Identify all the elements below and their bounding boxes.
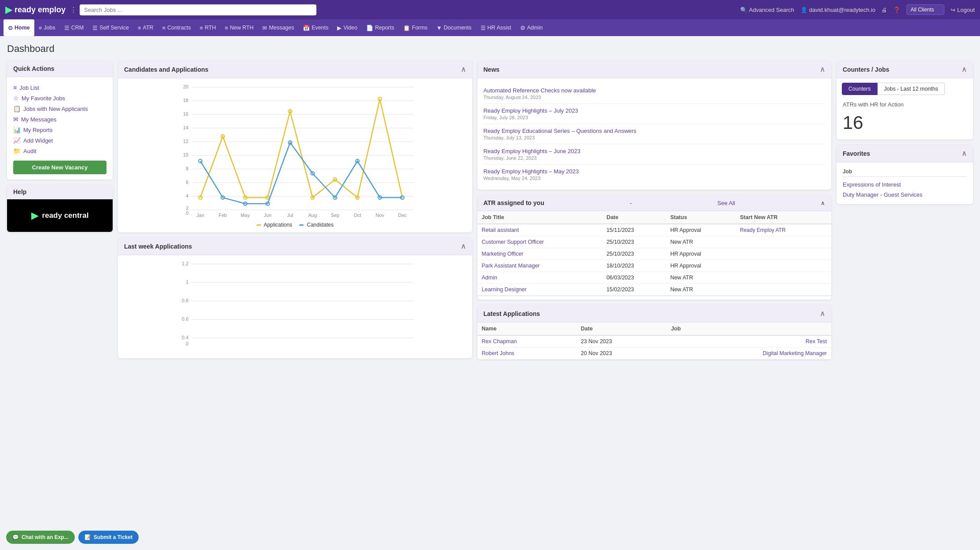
- quick-link-my-reports[interactable]: 📊My Reports: [13, 125, 106, 135]
- latest-apps-table: Name Date Job Rex Chapman 23 Nov 2023 Re…: [477, 323, 832, 359]
- quick-actions-header: Quick Actions: [7, 61, 113, 77]
- help-logo[interactable]: ▶ ready central: [11, 203, 109, 228]
- last-week-chart-body: 1.2 1 0.8 0.6 0.4 0: [118, 255, 472, 358]
- print-button[interactable]: 🖨: [881, 7, 887, 13]
- collapse-news-btn[interactable]: ∧: [820, 65, 825, 73]
- nav-item-self-service[interactable]: ☰Self Service: [88, 19, 133, 36]
- news-item-date: Thursday, August 24, 2023: [484, 95, 826, 100]
- search-dots-icon[interactable]: ⋮: [70, 6, 77, 14]
- mid-col: Candidates and Applications ∧: [118, 61, 472, 358]
- atr-status: HR Approval: [666, 248, 735, 260]
- favorites-item[interactable]: Duty Manager - Guest Services: [843, 190, 967, 200]
- atr-job-link[interactable]: Marketing Officer: [482, 251, 524, 257]
- svg-text:Feb: Feb: [219, 213, 227, 218]
- atr-action-link[interactable]: Ready Employ ATR: [740, 227, 786, 233]
- nav-item-events[interactable]: 📅Events: [298, 19, 333, 36]
- nav-item-documents[interactable]: ▼Documents: [432, 19, 476, 36]
- brand-logo[interactable]: ▶ ready employ: [5, 4, 66, 15]
- nav-item-atr[interactable]: ≡ATR: [133, 19, 158, 36]
- applicant-name-link[interactable]: Rex Chapman: [482, 338, 517, 345]
- quick-actions-title: Quick Actions: [13, 65, 55, 72]
- collapse-favorites-btn[interactable]: ∧: [962, 149, 967, 158]
- latest-table-rows: Rex Chapman 23 Nov 2023 Rex Test Robert …: [477, 335, 832, 359]
- news-item-title[interactable]: Ready Employ Highlights – July 2023: [484, 107, 578, 114]
- quick-link-add-widget[interactable]: 📈Add Widget: [13, 135, 106, 146]
- atr-job-link[interactable]: Retail assistant: [482, 227, 519, 233]
- last-week-header: Last week Applications ∧: [118, 238, 472, 255]
- nav-item-admin[interactable]: ⚙Admin: [516, 19, 547, 36]
- advanced-search-link[interactable]: 🔍 Advanced Search: [740, 7, 794, 13]
- candidates-chart-header: Candidates and Applications ∧: [118, 61, 472, 78]
- logout-button[interactable]: ↪ Logout: [951, 7, 975, 13]
- atr-separator: -: [630, 200, 631, 206]
- collapse-latest-btn[interactable]: ∧: [820, 309, 825, 318]
- last-week-title: Last week Applications: [124, 243, 192, 250]
- nav-item-jobs[interactable]: ≡Jobs: [34, 19, 60, 36]
- quick-link-jobs-with-new-applicants[interactable]: 📋Jobs with New Applicants: [13, 103, 106, 114]
- svg-text:Oct: Oct: [354, 213, 361, 218]
- latest-apps-card: Latest Applications ∧ Name Date Job Rex …: [477, 305, 832, 359]
- applicant-name-link[interactable]: Robert Johns: [482, 350, 514, 356]
- content: Dashboard Quick Actions ≡Job List☆My Fav…: [0, 36, 980, 367]
- atr-job-link[interactable]: Admin: [482, 275, 497, 281]
- nav-item-reports[interactable]: 📄Reports: [362, 19, 399, 36]
- help-card: Help ▶ ready central: [7, 185, 113, 232]
- atr-job-link[interactable]: Park Assistant Manager: [482, 263, 540, 269]
- svg-text:0: 0: [186, 210, 188, 216]
- search-input[interactable]: [80, 4, 316, 15]
- quick-link-my-favorite-jobs[interactable]: ☆My Favorite Jobs: [13, 93, 106, 103]
- quick-link-audit[interactable]: 📁Audit: [13, 146, 106, 156]
- see-all-link[interactable]: See All: [717, 200, 735, 206]
- svg-text:14: 14: [183, 125, 188, 130]
- svg-text:16: 16: [183, 111, 188, 117]
- svg-text:Aug: Aug: [308, 213, 317, 218]
- atr-job-link[interactable]: Customer Support Officer: [482, 239, 544, 245]
- nav-item-contracts[interactable]: ≡Contracts: [158, 19, 195, 36]
- nav-item-rth[interactable]: ≡RTH: [195, 19, 220, 36]
- svg-text:May: May: [241, 213, 250, 218]
- create-vacancy-button[interactable]: Create New Vacancy: [13, 161, 106, 174]
- svg-text:Jun: Jun: [264, 213, 272, 218]
- page-title: Dashboard: [7, 43, 973, 55]
- help-title: Help: [7, 185, 113, 199]
- favorites-header: Favorites ∧: [837, 145, 973, 162]
- news-item: Ready Employ Educational Series – Questi…: [484, 124, 826, 144]
- applicant-date: 23 Nov 2023: [576, 335, 667, 348]
- quick-actions-body: ≡Job List☆My Favorite Jobs📋Jobs with New…: [7, 77, 113, 180]
- collapse-candidates-btn[interactable]: ∧: [461, 65, 466, 73]
- brand-name: ready employ: [15, 5, 66, 15]
- collapse-counters-btn[interactable]: ∧: [962, 65, 967, 73]
- atr-status: New ATR: [666, 236, 735, 248]
- nav-item-forms[interactable]: 📋Forms: [399, 19, 432, 36]
- latest-col-date: Date: [576, 323, 667, 335]
- client-selector[interactable]: All Clients: [907, 4, 944, 15]
- quick-link-my-messages[interactable]: ✉My Messages: [13, 114, 106, 125]
- tab-jobs-12months[interactable]: Jobs - Last 12 months: [877, 83, 945, 95]
- quick-link-job-list[interactable]: ≡Job List: [13, 82, 106, 93]
- atr-date: 25/10/2023: [602, 248, 666, 260]
- help-button[interactable]: ❓: [893, 7, 900, 13]
- nav-item-home[interactable]: ⊙Home: [4, 19, 34, 36]
- user-account-link[interactable]: 👤 david.khuat@readytech.io: [800, 7, 876, 13]
- applicant-job-link[interactable]: Rex Test: [806, 338, 827, 345]
- nav-item-messages[interactable]: ✉Messages: [258, 19, 298, 36]
- atr-date: 15/11/2023: [602, 224, 666, 236]
- nav-item-hr-assist[interactable]: ☰HR Assist: [476, 19, 516, 36]
- nav-item-video[interactable]: ▶Video: [333, 19, 362, 36]
- atr-scrollbar[interactable]: [477, 296, 832, 300]
- news-item-title[interactable]: Ready Employ Highlights – June 2023: [484, 148, 580, 154]
- svg-text:12: 12: [183, 139, 188, 144]
- favorites-item[interactable]: Expressions of Interest: [843, 180, 967, 190]
- nav-item-crm[interactable]: ☰CRM: [60, 19, 88, 36]
- news-item-title[interactable]: Ready Employ Educational Series – Questi…: [484, 128, 637, 134]
- collapse-lastweek-btn[interactable]: ∧: [461, 242, 466, 250]
- news-item-title[interactable]: Automated Reference Checks now available: [484, 87, 596, 94]
- applicant-job-link[interactable]: Digital Marketing Manager: [763, 350, 827, 356]
- nav-item-new-rth[interactable]: ≡New RTH: [220, 19, 258, 36]
- atr-col-new-atr: Start New ATR: [736, 211, 831, 224]
- logout-icon: ↪: [951, 7, 955, 13]
- news-item-title[interactable]: Ready Employ Highlights – May 2023: [484, 168, 579, 175]
- atr-job-link[interactable]: Learning Designer: [482, 286, 527, 293]
- collapse-atr-btn[interactable]: ∧: [821, 200, 825, 206]
- tab-counters[interactable]: Counters: [842, 83, 877, 95]
